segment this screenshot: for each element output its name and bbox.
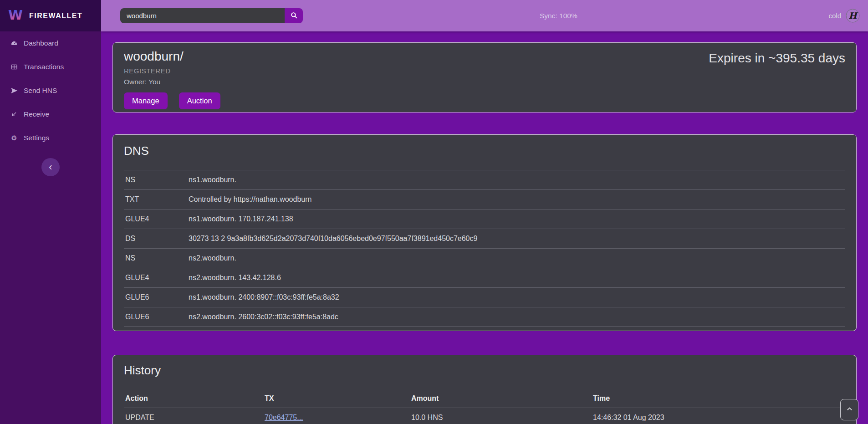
sync-status: Sync: 100% <box>540 0 577 31</box>
send-icon <box>8 87 20 94</box>
dns-record-row: GLUE4 ns2.woodburn. 143.42.128.6 <box>124 268 845 287</box>
sidebar-item-label: Transactions <box>24 63 64 71</box>
chevron-up-icon <box>847 406 853 414</box>
svg-text:H: H <box>849 10 858 20</box>
dns-record-row: GLUE4 ns1.woodburn. 170.187.241.138 <box>124 209 845 229</box>
column-header-time: Time <box>593 394 845 403</box>
main-content: woodburn/ REGISTERED Owner: You Manage A… <box>101 31 868 424</box>
brand-header: W FIREWALLET <box>0 0 101 31</box>
search-input[interactable] <box>120 8 285 23</box>
column-header-amount: Amount <box>411 394 593 403</box>
expires-label: Expires in ~395.35 days <box>709 51 845 66</box>
dns-record-value: ns1.woodburn. 2400:8907::f03c:93ff:fe5a:… <box>189 293 845 301</box>
history-action: UPDATE <box>124 414 265 422</box>
dns-record-value: ns2.woodburn. <box>189 254 845 262</box>
dns-card-title: DNS <box>124 144 845 158</box>
receive-icon <box>8 111 20 118</box>
dns-record-row: TXT Controlled by https://nathan.woodbur… <box>124 189 845 209</box>
manage-button[interactable]: Manage <box>124 92 168 109</box>
history-header-row: Action TX Amount Time <box>124 389 845 408</box>
domain-status-badge: REGISTERED <box>124 67 845 75</box>
tx-link[interactable]: 70e64775... <box>265 414 303 421</box>
column-header-action: Action <box>124 394 265 403</box>
history-time: 14:46:32 01 Aug 2023 <box>593 414 845 422</box>
sidebar-item-label: Receive <box>24 110 49 118</box>
scroll-to-top-button[interactable] <box>840 399 858 420</box>
sidebar-item-label: Dashboard <box>24 39 58 47</box>
sidebar-item-settings[interactable]: ⚙ Settings <box>0 126 101 150</box>
settings-icon: ⚙ <box>8 134 20 142</box>
dns-record-row: GLUE6 ns2.woodburn. 2600:3c02::f03c:93ff… <box>124 307 845 327</box>
sidebar-item-transactions[interactable]: Transactions <box>0 55 101 79</box>
sidebar-item-label: Send HNS <box>24 87 57 95</box>
sidebar: W FIREWALLET Dashboard Transactions Send… <box>0 0 101 424</box>
dns-record-type: DS <box>124 235 189 243</box>
wallet-name: cold <box>828 12 841 20</box>
history-card: History Action TX Amount Time UPDATE 70e… <box>112 355 857 424</box>
dns-record-row: NS ns1.woodburn. <box>124 170 845 189</box>
dns-record-type: TXT <box>124 195 189 204</box>
dns-record-row: NS ns2.woodburn. <box>124 248 845 268</box>
search-button[interactable] <box>285 8 303 23</box>
sidebar-item-send-hns[interactable]: Send HNS <box>0 79 101 102</box>
history-row: UPDATE 70e64775... 10.0 HNS 14:46:32 01 … <box>124 408 845 424</box>
dns-record-type: GLUE6 <box>124 313 189 321</box>
dns-record-value: ns1.woodburn. <box>189 176 845 184</box>
dns-card: DNS NS ns1.woodburn. TXT Controlled by h… <box>112 134 857 331</box>
chevron-left-icon: ‹ <box>49 162 52 172</box>
handshake-logo-icon[interactable]: H <box>846 9 860 23</box>
brand-name: FIREWALLET <box>29 12 82 20</box>
svg-text:W: W <box>8 7 23 23</box>
dashboard-icon <box>8 40 20 47</box>
firewallet-logo-icon: W <box>7 7 24 25</box>
dns-record-value: 30273 13 2 9a3a8fb3d625d2a2073d740f10da6… <box>189 235 845 243</box>
domain-card: woodburn/ REGISTERED Owner: You Manage A… <box>112 42 857 112</box>
search-bar <box>120 8 303 23</box>
history-amount: 10.0 HNS <box>411 414 593 422</box>
dns-record-row: DS 30273 13 2 9a3a8fb3d625d2a2073d740f10… <box>124 229 845 248</box>
dns-record-type: NS <box>124 176 189 184</box>
search-icon <box>290 11 298 20</box>
sidebar-collapse-button[interactable]: ‹ <box>41 158 60 176</box>
history-card-title: History <box>124 363 845 378</box>
transactions-icon <box>8 63 20 71</box>
auction-button[interactable]: Auction <box>179 92 220 109</box>
column-header-tx: TX <box>265 394 411 403</box>
dns-record-value: ns2.woodburn. 143.42.128.6 <box>189 274 845 282</box>
dns-record-type: GLUE4 <box>124 274 189 282</box>
topbar-right: cold H <box>828 0 860 31</box>
sidebar-item-dashboard[interactable]: Dashboard <box>0 31 101 55</box>
dns-record-value: ns2.woodburn. 2600:3c02::f03c:93ff:fe5a:… <box>189 313 845 321</box>
dns-record-type: GLUE6 <box>124 293 189 301</box>
domain-owner: Owner: You <box>124 78 845 86</box>
dns-record-type: NS <box>124 254 189 262</box>
sidebar-item-label: Settings <box>24 134 49 142</box>
dns-record-row: GLUE6 ns1.woodburn. 2400:8907::f03c:93ff… <box>124 287 845 307</box>
topbar: Sync: 100% cold H <box>101 0 868 31</box>
dns-record-value: Controlled by https://nathan.woodburn <box>189 195 845 204</box>
dns-record-value: ns1.woodburn. 170.187.241.138 <box>189 215 845 223</box>
sidebar-nav: Dashboard Transactions Send HNS Receive … <box>0 31 101 150</box>
sidebar-item-receive[interactable]: Receive <box>0 102 101 126</box>
dns-record-type: GLUE4 <box>124 215 189 223</box>
